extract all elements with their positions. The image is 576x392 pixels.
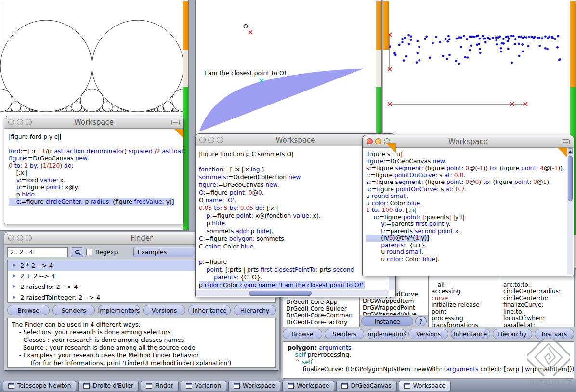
- close-button[interactable]: [8, 119, 14, 125]
- code-line: u round small.: [366, 248, 564, 256]
- window-menu-button[interactable]: [171, 120, 180, 125]
- package-item[interactable]: DrGeoII-Core-Comman: [283, 312, 359, 319]
- code-line: figure:=DrGeoCanvas new.: [199, 181, 386, 189]
- scrollbar-orange-segment[interactable]: [570, 1, 576, 87]
- finder-button[interactable]: Browse: [7, 305, 50, 315]
- finder-button[interactable]: Implementors: [98, 305, 140, 315]
- category-item[interactable]: initialize-release: [429, 301, 500, 308]
- window-corner-grip[interactable]: [174, 129, 183, 138]
- finder-button[interactable]: Hierarchy: [234, 305, 276, 315]
- taskbar-button[interactable]: DrGeoCanvas: [336, 381, 396, 391]
- finder-button[interactable]: Versions: [143, 305, 185, 315]
- method-item[interactable]: arc:to:to:: [500, 281, 574, 288]
- expander-triangle-icon[interactable]: [13, 285, 16, 288]
- method-item[interactable]: line:to:: [500, 308, 574, 315]
- expander-triangle-icon[interactable]: [13, 295, 16, 299]
- class-item[interactable]: DrGWrappedPoint: [360, 304, 428, 311]
- canvas-scatter-left-scrollbar[interactable]: [383, 0, 389, 50]
- package-item[interactable]: DrGeoII-Core-App: [283, 299, 359, 305]
- browser-button[interactable]: Versions: [408, 329, 448, 339]
- scrollbar-orange-segment[interactable]: [383, 1, 389, 50]
- scrollbar-thumb[interactable]: [249, 291, 312, 296]
- category-pane[interactable]: -- all --accessingcurveinitialize-releas…: [428, 270, 500, 327]
- help-button[interactable]: ?: [415, 316, 427, 326]
- expand-button[interactable]: [26, 235, 32, 241]
- scrollbar-thumb[interactable]: [568, 156, 573, 201]
- workspace-log-editor[interactable]: |figure fonction p C sommets O| fonction…: [196, 146, 389, 290]
- minimize-button[interactable]: [208, 137, 214, 143]
- close-button[interactable]: [199, 137, 206, 143]
- workspace-ford-editor[interactable]: |figure ford p y c| ford:=[ :r | 1/(r as…: [5, 129, 183, 223]
- taskbar-button[interactable]: Workspace: [282, 381, 334, 391]
- taskbar-button[interactable]: Droite d'Euler: [78, 381, 138, 391]
- result-label: 2 + 2 --> 4: [20, 273, 55, 280]
- workspace-logistic-editor[interactable]: |figure s r u|figure:=DrGeoCanvas new.s:…: [363, 148, 567, 275]
- package-item[interactable]: DrGeoII-Core-Builder: [283, 305, 359, 312]
- category-item[interactable]: curve: [429, 295, 500, 301]
- category-item[interactable]: point: [429, 308, 500, 315]
- closest-point-label: I am the closest point to O!: [204, 69, 287, 77]
- package-item[interactable]: DrGeoII-Core-Factory: [283, 319, 359, 326]
- window-corner-grip[interactable]: [558, 148, 567, 157]
- browser-button[interactable]: Inst vars: [535, 329, 574, 339]
- expander-triangle-icon[interactable]: [13, 263, 16, 267]
- scrollbar-orange-segment[interactable]: [376, 1, 381, 50]
- finder-button[interactable]: Senders: [52, 305, 95, 315]
- browser-button[interactable]: Inheritance: [451, 329, 490, 339]
- code-line: p hide.: [9, 191, 179, 198]
- taskbar-button[interactable]: Varignon: [181, 381, 226, 391]
- category-list[interactable]: -- all --accessingcurveinitialize-releas…: [429, 270, 500, 327]
- taskbar-button[interactable]: Workspace: [399, 381, 451, 391]
- vertical-scrollbar[interactable]: [567, 148, 573, 275]
- workspace-ford-window[interactable]: Workspace |figure ford p y c| ford:=[ :r…: [4, 116, 184, 224]
- window-menu-button[interactable]: [562, 139, 570, 144]
- close-button[interactable]: [367, 138, 373, 144]
- expand-button[interactable]: [217, 137, 223, 143]
- taskbar-button[interactable]: Telescope-Newton: [3, 381, 76, 391]
- category-item[interactable]: accessing: [429, 288, 500, 295]
- class-item[interactable]: DrGWrappedValue: [360, 311, 428, 315]
- code-line: c:=figure circleCenter: p radius: (figur…: [9, 198, 174, 206]
- window-corner-grip[interactable]: [386, 143, 396, 153]
- category-item[interactable]: -- all --: [429, 281, 500, 288]
- instance-button[interactable]: Instance: [361, 316, 413, 326]
- scroll-up-icon[interactable]: [568, 148, 573, 154]
- search-button[interactable]: [71, 247, 83, 257]
- minimize-button[interactable]: [375, 138, 381, 144]
- class-item[interactable]: DrGWrappedItem: [360, 298, 428, 304]
- taskbar-button[interactable]: Finder: [141, 381, 179, 391]
- horizontal-scrollbar[interactable]: [196, 290, 389, 296]
- window-icon: [234, 383, 240, 389]
- browser-button[interactable]: Browse: [283, 329, 322, 339]
- close-button[interactable]: [8, 235, 14, 241]
- regexp-checkbox[interactable]: [86, 249, 92, 255]
- expander-triangle-icon[interactable]: [13, 274, 16, 278]
- method-item[interactable]: locusOf:when:: [500, 315, 574, 322]
- method-item[interactable]: circleCenter:to:: [500, 295, 574, 301]
- category-item[interactable]: transformations: [429, 322, 500, 327]
- browser-button[interactable]: Hierarchy: [493, 329, 532, 339]
- finder-button-row: BrowseSendersImplementorsVersionsInherit…: [7, 305, 276, 316]
- method-pane[interactable]: arc:to:to:circleCenter:radius:circleCent…: [500, 270, 575, 327]
- workspace-ford-titlebar[interactable]: Workspace: [4, 116, 183, 129]
- taskbar-button[interactable]: Workspace: [228, 381, 280, 391]
- result-label: 2 raisedToInteger: 2 --> 4: [20, 294, 100, 301]
- browser-button[interactable]: Implementors: [367, 329, 406, 339]
- method-item[interactable]: circleCenter:radius:: [500, 288, 574, 295]
- method-item[interactable]: parallel:at:: [500, 322, 574, 327]
- browser-button[interactable]: Senders: [325, 329, 364, 339]
- workspace-logistic-window[interactable]: Workspace |figure s r u|figure:=DrGeoCan…: [362, 135, 574, 276]
- minimize-button[interactable]: [17, 119, 23, 125]
- scrollbar-orange-segment[interactable]: [183, 1, 188, 50]
- minimize-button[interactable]: [17, 235, 23, 241]
- expand-button[interactable]: [26, 119, 32, 125]
- method-list[interactable]: arc:to:to:circleCenter:radius:circleCent…: [500, 270, 574, 327]
- method-item[interactable]: finalizeCurve:: [500, 301, 574, 308]
- code-line: finalizeCurve: (DrGPolygonNptsItem newWi…: [288, 366, 569, 373]
- category-item[interactable]: processing: [429, 315, 500, 322]
- code-line: fonction:=[ :x | x log ].: [199, 166, 386, 173]
- search-input[interactable]: [7, 247, 68, 257]
- browser-code-pane[interactable]: polygon: arguments self preProcessing. ^…: [283, 341, 574, 379]
- finder-button[interactable]: Inheritance: [188, 305, 231, 315]
- code-line: ^ self: [288, 358, 569, 366]
